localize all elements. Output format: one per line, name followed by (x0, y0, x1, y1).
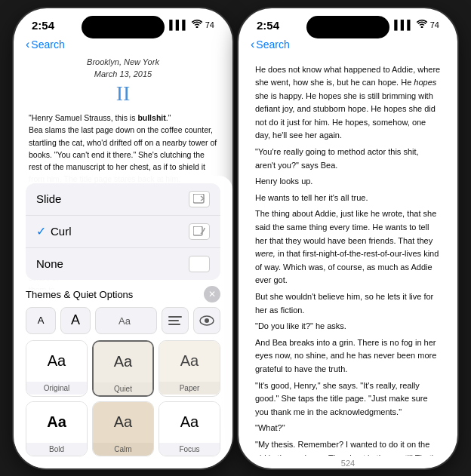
theme-label-quiet: Quiet (94, 382, 152, 395)
slide-option-label-slide: Slide (36, 192, 61, 205)
font-decrease-button[interactable]: A (26, 307, 56, 334)
back-arrow-left: ‹ (26, 38, 29, 51)
theme-card-focus[interactable]: Aa Focus (159, 401, 220, 456)
theme-card-paper[interactable]: Aa Paper (159, 340, 220, 397)
theme-label-original: Original (26, 382, 87, 395)
battery-icon-right: 74 (430, 20, 439, 29)
status-icons-right: ▌▌▌ 74 (394, 20, 439, 30)
slide-option-icon-none (189, 256, 210, 272)
checkmark-icon: ✓ (36, 224, 46, 238)
status-icons-left: ▌▌▌ 74 (169, 20, 214, 30)
themes-grid: Aa Original Aa Quiet Aa Paper Aa Bold Aa (26, 340, 220, 456)
svg-rect-3 (168, 316, 182, 318)
theme-label-calm: Calm (93, 443, 153, 456)
slide-option-icon-curl (189, 223, 210, 240)
theme-card-quiet[interactable]: Aa Quiet (92, 340, 154, 397)
back-label-left: Search (31, 38, 64, 51)
wifi-icon-right (417, 20, 427, 30)
wifi-icon-left (192, 20, 202, 30)
slide-options: Slide ✓ Curl None (26, 183, 220, 280)
format-button[interactable] (162, 307, 189, 334)
theme-card-calm[interactable]: Aa Calm (92, 401, 154, 456)
themes-title: Themes & (26, 289, 73, 300)
slide-option-icon-slide (189, 191, 210, 207)
back-button-right[interactable]: ‹ Search (251, 38, 290, 51)
slide-option-slide[interactable]: Slide (26, 183, 220, 216)
theme-preview-focus: Aa (159, 402, 220, 443)
slide-option-none[interactable]: None (26, 248, 220, 280)
theme-card-bold[interactable]: Aa Bold (26, 401, 88, 456)
theme-label-paper: Paper (159, 382, 220, 395)
right-phone: 2:54 ▌▌▌ 74 ‹ Search He does not know wh… (239, 8, 457, 468)
book-location: Brooklyn, New York March 13, 2015 (29, 56, 217, 81)
theme-preview-bold: Aa (26, 402, 87, 443)
theme-label-focus: Focus (159, 443, 220, 456)
chapter-number: II (29, 81, 217, 106)
status-time-left: 2:54 (32, 19, 54, 32)
back-label-right: Search (256, 38, 289, 51)
theme-preview-original: Aa (26, 341, 87, 382)
signal-icon-right: ▌▌▌ (394, 20, 414, 30)
left-phone: 2:54 ▌▌▌ 74 ‹ Search Brooklyn, New York … (14, 8, 232, 468)
signal-icon-left: ▌▌▌ (169, 20, 189, 30)
eye-button[interactable] (193, 307, 220, 334)
battery-icon-left: 74 (205, 20, 214, 29)
theme-label-bold: Bold (26, 443, 87, 456)
phones-container: 2:54 ▌▌▌ 74 ‹ Search Brooklyn, New York … (14, 8, 457, 468)
font-increase-button[interactable]: A (60, 307, 91, 334)
panel-overlay: Slide ✓ Curl None (14, 176, 232, 468)
back-arrow-right: ‹ (251, 38, 254, 51)
theme-preview-quiet: Aa (94, 342, 152, 382)
book-content-right: He does not know what happened to Addie,… (239, 56, 457, 456)
slide-option-label-none: None (36, 257, 63, 270)
svg-rect-4 (168, 320, 179, 321)
theme-card-original[interactable]: Aa Original (26, 340, 88, 397)
book-header: Brooklyn, New York March 13, 2015 II (29, 56, 217, 106)
close-button[interactable]: ✕ (204, 286, 220, 302)
dynamic-island-right (306, 16, 389, 38)
slide-option-label-curl: Curl (51, 225, 72, 238)
svg-rect-0 (193, 194, 204, 203)
svg-text:Aa: Aa (119, 315, 131, 327)
theme-preview-paper: Aa (159, 341, 220, 382)
themes-title-group: Themes & Quiet Options (26, 287, 133, 301)
themes-header: Themes & Quiet Options ✕ (26, 286, 220, 302)
slide-option-curl[interactable]: ✓ Curl (26, 216, 220, 248)
font-controls-row: A A Aa (26, 307, 220, 334)
theme-preview-calm: Aa (93, 402, 153, 443)
page-number: 524 (239, 456, 457, 468)
dynamic-island (82, 16, 165, 38)
font-family-button[interactable]: Aa (95, 307, 157, 334)
status-time-right: 2:54 (257, 19, 279, 32)
back-button-left[interactable]: ‹ Search (26, 38, 65, 51)
svg-rect-5 (168, 324, 180, 325)
themes-subtitle: Quiet Options (73, 289, 134, 300)
svg-point-7 (205, 318, 209, 323)
